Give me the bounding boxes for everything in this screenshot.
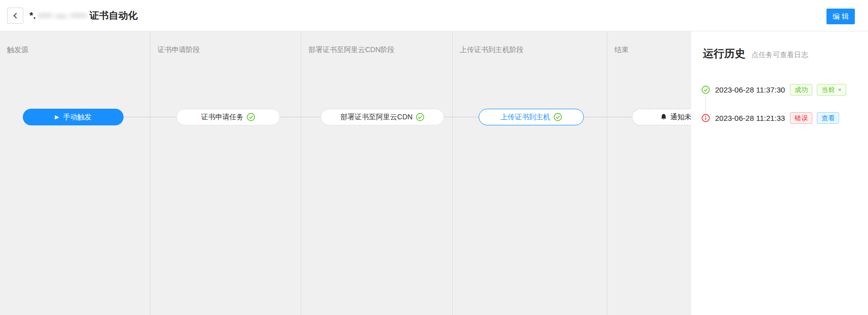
redacted-domain bbox=[36, 11, 89, 20]
play-icon: ▶ bbox=[55, 114, 59, 120]
current-badge[interactable]: 当前 × bbox=[817, 84, 846, 96]
chevron-left-icon bbox=[13, 13, 19, 18]
edit-button[interactable]: 编 辑 bbox=[826, 9, 855, 24]
check-circle-icon bbox=[554, 113, 562, 121]
status-badge: 错误 bbox=[790, 112, 812, 124]
node-label: 手动触发 bbox=[63, 113, 92, 122]
history-entry[interactable]: 2023-06-28 11:21:33 错误 查看 bbox=[701, 112, 844, 124]
page-header: *. 证书自动化 编 辑 bbox=[0, 0, 868, 31]
column-label: 上传证书到主机阶段 bbox=[460, 46, 524, 55]
node-label: 证书申请任务 bbox=[201, 113, 244, 122]
close-icon[interactable]: × bbox=[838, 86, 842, 94]
page-title: *. 证书自动化 bbox=[29, 0, 138, 31]
run-timestamp: 2023-06-28 11:37:30 bbox=[715, 85, 785, 94]
task-node-cert-apply[interactable]: 证书申请任务 bbox=[176, 109, 280, 125]
page-title-suffix: 证书自动化 bbox=[90, 9, 138, 22]
task-node-deploy-cdn[interactable]: 部署证书至阿里云CDN bbox=[321, 109, 444, 125]
column-cert-apply: 证书申请阶段 bbox=[150, 31, 301, 315]
error-circle-icon bbox=[701, 114, 710, 122]
column-deploy-cdn: 部署证书至阿里云CDN阶段 bbox=[301, 31, 452, 315]
manual-trigger-button[interactable]: ▶ 手动触发 bbox=[23, 109, 124, 125]
node-label: 上传证书到主机 bbox=[501, 113, 550, 122]
status-badge: 成功 bbox=[790, 84, 812, 96]
back-button[interactable] bbox=[7, 8, 23, 24]
history-subtitle: 点任务可查看日志 bbox=[752, 51, 808, 60]
column-label: 证书申请阶段 bbox=[157, 46, 200, 55]
history-header: 运行历史 点任务可查看日志 bbox=[703, 47, 808, 61]
node-label: 部署证书至阿里云CDN bbox=[340, 113, 412, 122]
run-timestamp: 2023-06-28 11:21:33 bbox=[715, 114, 785, 122]
column-label: 部署证书至阿里云CDN阶段 bbox=[308, 46, 394, 55]
column-label: 触发源 bbox=[7, 46, 28, 55]
history-title: 运行历史 bbox=[703, 47, 745, 61]
column-label: 结束 bbox=[614, 46, 628, 55]
view-log-button[interactable]: 查看 bbox=[817, 112, 839, 124]
history-entry[interactable]: 2023-06-28 11:37:30 成功 当前 × bbox=[701, 84, 851, 96]
column-upload-host: 上传证书到主机阶段 bbox=[452, 31, 607, 315]
page-title-prefix: *. bbox=[29, 10, 36, 21]
bell-icon bbox=[660, 113, 667, 121]
task-node-upload-host[interactable]: 上传证书到主机 bbox=[479, 109, 584, 125]
run-history-panel: 运行历史 点任务可查看日志 2023-06-28 11:37:30 成功 当前 … bbox=[691, 31, 868, 315]
column-trigger-source: 触发源 bbox=[0, 31, 150, 315]
check-circle-icon bbox=[247, 113, 255, 121]
check-circle-icon bbox=[416, 113, 424, 121]
success-circle-icon bbox=[701, 85, 710, 94]
